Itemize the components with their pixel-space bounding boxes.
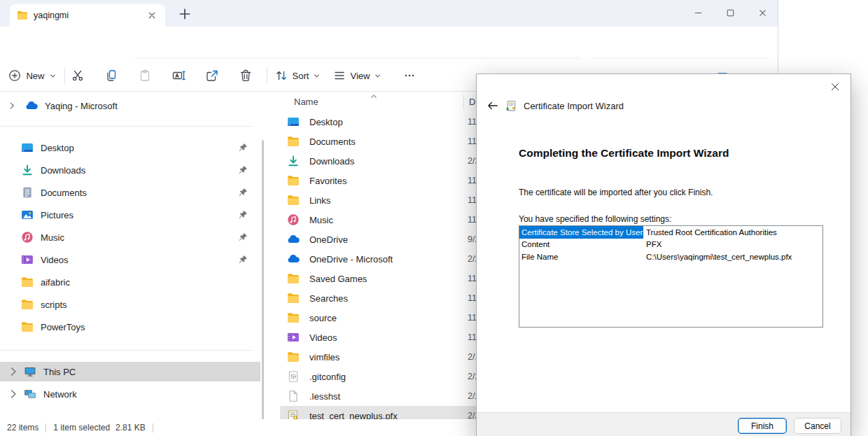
name-column-header[interactable]: Name (294, 97, 318, 107)
settings-listbox[interactable]: Certificate Store Selected by User Trust… (519, 225, 823, 328)
more-options-button[interactable] (396, 64, 424, 87)
desktop-icon (21, 141, 34, 154)
folder-icon (21, 321, 34, 333)
tab-bar: yaqingmi (0, 0, 778, 27)
delete-button[interactable] (233, 64, 258, 87)
pin-icon (238, 143, 248, 153)
certificate-import-wizard-dialog: Certificate Import Wizard Completing the… (476, 73, 851, 436)
sidebar-divider (0, 126, 253, 127)
close-icon (830, 82, 840, 92)
music-icon (21, 231, 34, 244)
pin-icon (238, 165, 248, 175)
sidebar-item-label: Desktop (41, 143, 217, 153)
minimize-icon (692, 7, 704, 19)
status-divider (46, 423, 46, 433)
close-icon (757, 7, 769, 19)
column-divider[interactable] (463, 94, 464, 110)
explorer-tab-yaqingmi[interactable]: yaqingmi (10, 4, 165, 27)
videos-icon (21, 253, 34, 266)
sidebar-item-pictures[interactable]: Pictures (0, 204, 260, 225)
chevron-expand-icon[interactable] (7, 388, 20, 400)
pin-icon (238, 232, 248, 242)
dialog-back-icon[interactable] (486, 99, 499, 112)
window-maximize-button[interactable] (715, 1, 746, 24)
pin-icon (238, 188, 248, 197)
sidebar-item-powertoys[interactable]: PowerToys (0, 316, 260, 337)
selection-size: 2.81 KB (115, 423, 146, 433)
sidebar-item-label: Network (43, 389, 77, 400)
certificate-wizard-icon (505, 100, 517, 112)
sidebar-scrollbar[interactable] (262, 140, 264, 420)
dialog-close-button[interactable] (824, 78, 846, 96)
sort-icon (274, 69, 288, 83)
new-button[interactable]: New (6, 64, 59, 87)
paste-icon (138, 69, 152, 83)
sidebar-item-aifabric[interactable]: aifabric (0, 272, 260, 293)
new-tab-button[interactable] (176, 6, 193, 22)
item-count: 22 items (7, 423, 38, 433)
folder-icon (287, 292, 300, 304)
rename-button[interactable] (166, 64, 191, 87)
pin-icon (238, 210, 248, 220)
sidebar-item-network[interactable]: Network (0, 384, 260, 404)
dialog-title: Certificate Import Wizard (524, 101, 624, 111)
paste-button[interactable] (132, 64, 158, 87)
dialog-body-text: The certificate will be imported after y… (519, 188, 713, 197)
sidebar-item-label: Yaqing - Microsoft (45, 101, 260, 111)
copy-button[interactable] (99, 64, 124, 87)
onedrive-icon (287, 233, 300, 246)
folder-icon (287, 135, 300, 148)
sidebar-item-desktop[interactable]: Desktop (0, 137, 260, 158)
sidebar-item-documents[interactable]: Documents (0, 182, 260, 203)
onedrive-icon (287, 253, 300, 265)
tab-close-icon[interactable] (146, 9, 158, 22)
sort-button-label: Sort (293, 71, 309, 81)
settings-row-content[interactable]: Content PFX (519, 239, 822, 251)
chevron-down-icon (49, 72, 57, 80)
rename-icon (172, 69, 186, 83)
chevron-expand-icon[interactable] (7, 365, 20, 378)
tab-title: yaqingmi (34, 10, 140, 20)
new-button-label: New (26, 71, 44, 81)
sidebar-item-videos[interactable]: Videos (0, 249, 260, 270)
downloads-icon (287, 155, 300, 167)
sort-ascending-icon (370, 92, 378, 101)
sidebar-item-downloads[interactable]: Downloads (0, 160, 260, 181)
navigation-pane: Yaqing - Microsoft Desktop Downloads Doc… (0, 92, 267, 420)
sidebar-item-music[interactable]: Music (0, 227, 260, 248)
sort-button[interactable]: Sort (273, 64, 322, 87)
finish-button[interactable]: Finish (738, 418, 787, 434)
chevron-down-icon (313, 72, 321, 80)
sidebar-item-label: Documents (41, 188, 217, 198)
sidebar-item-this-pc[interactable]: This PC (0, 362, 260, 381)
chevron-down-icon (374, 72, 382, 80)
window-close-button[interactable] (747, 1, 778, 24)
file-icon (287, 390, 300, 402)
sidebar-item-label: This PC (43, 367, 76, 377)
setting-key: Content (519, 239, 643, 251)
sidebar-divider (0, 350, 253, 351)
settings-label: You have specified the following setting… (519, 214, 671, 224)
navigation-bar: This PCWindows (C:)Usersyaqingmi Search … (0, 27, 778, 59)
share-button[interactable] (200, 64, 225, 87)
gitconfig-icon (287, 370, 300, 383)
copy-icon (104, 69, 118, 83)
setting-value: Trusted Root Certification Authorities (643, 228, 777, 237)
window-minimize-button[interactable] (682, 1, 713, 24)
settings-row-certificate-store-selected-by-user[interactable]: Certificate Store Selected by User Trust… (519, 226, 822, 239)
selection-count: 1 item selected (53, 423, 110, 433)
cancel-button[interactable]: Cancel (794, 418, 841, 434)
videos-icon (287, 331, 300, 344)
cut-icon (71, 69, 85, 83)
folder-icon (287, 272, 300, 285)
more-icon (402, 69, 416, 83)
folder-icon (287, 311, 300, 324)
sidebar-item-yaqing-microsoft[interactable]: Yaqing - Microsoft (0, 95, 260, 116)
cut-button[interactable] (65, 64, 90, 87)
view-button[interactable]: View (332, 64, 382, 87)
folder-icon (21, 276, 34, 288)
network-icon (24, 388, 36, 400)
chevron-expand-icon[interactable] (7, 101, 17, 111)
sidebar-item-scripts[interactable]: scripts (0, 294, 260, 315)
settings-row-file-name[interactable]: File Name C:\Users\yaqingmi\test_cert_ne… (519, 251, 822, 263)
